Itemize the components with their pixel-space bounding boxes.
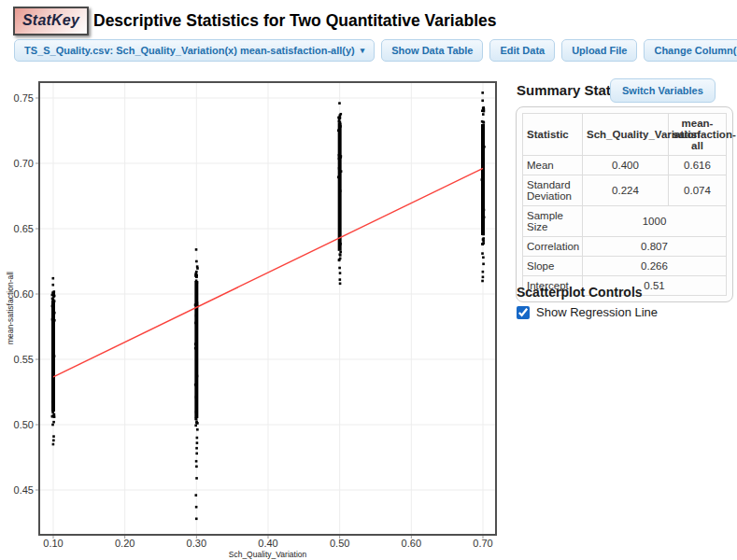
x-tick-label: 0.40: [258, 538, 277, 549]
summary-statistics-table: StatisticSch_Quality_Variationmean-satis…: [522, 113, 727, 296]
x-tick-label: 0.20: [115, 538, 135, 549]
dataset-dropdown-button[interactable]: TS_S_Quality.csv: Sch_Quality_Variation(…: [14, 39, 375, 62]
dense-point-cluster: [338, 123, 342, 251]
upload-file-button[interactable]: Upload File: [561, 39, 637, 62]
stat-value: 1000: [583, 206, 727, 237]
table-header-cell: mean-satisfaction-all: [669, 114, 727, 156]
summary-statistics-table-panel: StatisticSch_Quality_Variationmean-satis…: [516, 106, 733, 302]
x-tick-label: 0.60: [402, 538, 421, 549]
stat-value: 0.074: [669, 175, 727, 206]
y-tick-label: 0.65: [14, 223, 34, 234]
chevron-down-icon: ▾: [361, 46, 365, 55]
x-tick-label: 0.50: [330, 538, 349, 549]
table-row: Slope0.266: [523, 257, 727, 276]
table-header-row: StatisticSch_Quality_Variationmean-satis…: [523, 114, 727, 156]
stat-value: 0.224: [583, 175, 669, 206]
show-regression-line-control[interactable]: Show Regression Line: [517, 305, 658, 319]
page-title: Descriptive Statistics for Two Quantitat…: [93, 11, 496, 31]
y-tick-label: 0.45: [14, 484, 34, 496]
statkey-app: StatKey Descriptive Statistics for Two Q…: [0, 0, 737, 560]
table-row: Standard Deviation0.2240.074: [523, 175, 727, 206]
edit-data-button[interactable]: Edit Data: [489, 39, 555, 62]
stat-label: Slope: [523, 257, 583, 276]
scatterplot-controls-heading: Scatterplot Controls: [517, 285, 643, 300]
toolbar: TS_S_Quality.csv: Sch_Quality_Variation(…: [14, 39, 737, 62]
y-tick-label: 0.60: [14, 288, 34, 300]
dataset-dropdown-label: TS_S_Quality.csv: Sch_Quality_Variation(…: [24, 45, 355, 56]
stat-value: 0.266: [583, 257, 727, 276]
table-header-cell: Statistic: [523, 114, 583, 156]
y-tick-label: 0.70: [14, 158, 34, 169]
show-data-table-button[interactable]: Show Data Table: [381, 39, 483, 62]
stat-label: Mean: [523, 156, 583, 175]
change-columns-button[interactable]: Change Column(s): [644, 39, 737, 62]
show-regression-checkbox[interactable]: [517, 306, 530, 319]
x-axis-label: Sch_Quality_Variation: [229, 550, 307, 559]
x-tick-label: 0.10: [43, 538, 63, 549]
y-tick-label: 0.55: [14, 354, 34, 365]
statkey-logo: StatKey: [13, 7, 89, 35]
scatterplot: 0.100.200.300.400.500.600.700.450.500.55…: [0, 75, 509, 560]
switch-variables-button[interactable]: Switch Variables: [610, 78, 716, 103]
stat-label: Sample Size: [523, 206, 583, 237]
x-tick-label: 0.70: [473, 538, 492, 549]
stat-label: Correlation: [523, 237, 583, 257]
x-tick-label: 0.30: [187, 538, 206, 549]
stat-value: 0.400: [583, 156, 669, 175]
table-header-cell: Sch_Quality_Variation: [583, 114, 669, 156]
table-row: Sample Size1000: [523, 206, 727, 237]
stat-value: 0.616: [669, 156, 727, 175]
y-axis-label: mean-satisfaction-all: [6, 272, 15, 344]
stat-label: Standard Deviation: [523, 175, 583, 206]
show-regression-label: Show Regression Line: [536, 305, 658, 319]
y-tick-label: 0.50: [14, 419, 34, 430]
y-tick-label: 0.75: [14, 92, 34, 104]
table-row: Correlation0.807: [523, 237, 727, 257]
stat-value: 0.807: [583, 237, 727, 257]
table-row: Mean0.4000.616: [523, 156, 727, 175]
